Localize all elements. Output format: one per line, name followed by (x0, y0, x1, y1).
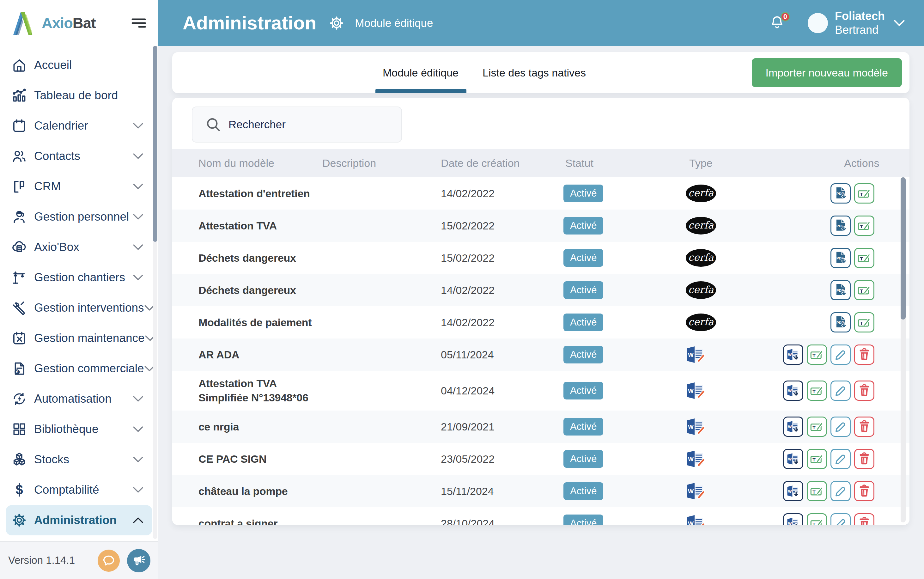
tag-edit-button[interactable]: T (807, 513, 827, 525)
type-cell: W (686, 514, 706, 525)
delete-button[interactable] (854, 381, 874, 401)
actions-cell: WT (783, 481, 874, 501)
edit-button[interactable] (831, 513, 851, 525)
tag-edit-button[interactable]: T (854, 312, 874, 332)
import-model-button[interactable]: Importer nouveau modèle (752, 58, 902, 87)
tag-edit-button[interactable]: T (854, 280, 874, 300)
sidebar-item-automatisation[interactable]: Automatisation (6, 384, 152, 414)
svg-text:W: W (788, 457, 792, 461)
sidebar-item-axio-box[interactable]: Axio'Box (6, 232, 152, 262)
delete-button[interactable] (854, 449, 874, 469)
svg-text:T: T (860, 321, 863, 326)
sidebar-item-gestion-chantiers[interactable]: Gestion chantiers (6, 262, 152, 293)
model-name: CE PAC SIGN (198, 452, 315, 466)
user-menu-chevron-icon[interactable] (894, 20, 905, 26)
delete-button[interactable] (854, 513, 874, 525)
svg-text:€: € (16, 370, 18, 374)
status-cell: Activé (563, 217, 603, 234)
sidebar-item-crm[interactable]: CRM (6, 171, 152, 202)
status-cell: Activé (563, 382, 603, 399)
table-row: contrat a signer28/10/2024ActivéWWT (172, 507, 909, 525)
svg-text:W: W (788, 389, 792, 393)
notifications-button[interactable]: 0 (769, 15, 785, 32)
type-cell: W (686, 450, 706, 468)
user-names: Foliatech Bertrand (835, 9, 885, 37)
sidebar-item-gestion-personnel[interactable]: Gestion personnel (6, 202, 152, 232)
sidebar-item-gestion-maintenance[interactable]: Gestion maintenance (6, 323, 152, 353)
announcements-button[interactable] (127, 549, 150, 572)
status-cell: Activé (563, 249, 603, 267)
tag-edit-button[interactable]: T (807, 381, 827, 401)
status-badge: Activé (563, 515, 603, 525)
sidebar-footer: Version 1.14.1 (0, 541, 158, 579)
cerfa-logo: cerfa (686, 185, 716, 202)
word-download-button[interactable]: W (783, 513, 803, 525)
table-row: AR ADA05/11/2024ActivéWWT (172, 339, 909, 371)
type-cell: cerfa (686, 249, 716, 267)
tabs: Module éditique Liste des tags natives (374, 52, 586, 93)
edit-button[interactable] (831, 481, 851, 501)
table-scrollbar[interactable] (901, 177, 906, 319)
sidebar-item-comptabilit-[interactable]: $Comptabilité (6, 475, 152, 505)
svg-text:T: T (813, 425, 816, 430)
actions-cell: PDFT (831, 280, 874, 300)
sidebar-item-stocks[interactable]: Stocks (6, 444, 152, 475)
creation-date: 14/02/2022 (441, 316, 542, 329)
tag-edit-button[interactable]: T (807, 345, 827, 365)
delete-button[interactable] (854, 345, 874, 365)
tab-module-editique[interactable]: Module éditique (374, 67, 467, 79)
chevron-down-icon (133, 274, 144, 281)
pdf-download-button[interactable]: PDF (831, 248, 851, 268)
edit-button[interactable] (831, 417, 851, 437)
tag-edit-button[interactable]: T (854, 248, 874, 268)
sidebar-item-contacts[interactable]: Contacts (6, 141, 152, 171)
pdf-download-button[interactable]: PDF (831, 312, 851, 332)
table-row: Attestation TVA Simplifiée N°13948*0604/… (172, 371, 909, 411)
edit-button[interactable] (831, 449, 851, 469)
svg-text:W: W (688, 488, 694, 495)
sidebar-item-gestion-interventions[interactable]: Gestion interventions (6, 293, 152, 323)
search-input[interactable] (229, 118, 392, 131)
edit-button[interactable] (831, 345, 851, 365)
tag-edit-button[interactable]: T (807, 481, 827, 501)
chevron-down-icon (133, 183, 144, 190)
bibliotheque-icon (10, 421, 28, 437)
sidebar-scrollbar[interactable] (153, 46, 157, 242)
sidebar-item-administration[interactable]: Administration (6, 505, 152, 535)
edit-button[interactable] (831, 381, 851, 401)
settings-gear-icon[interactable] (328, 15, 345, 31)
pdf-download-button[interactable]: PDF (831, 280, 851, 300)
pdf-download-button[interactable]: PDF (831, 183, 851, 204)
sidebar-item-label: Accueil (34, 59, 72, 72)
brand-logo[interactable]: AxioBat (12, 10, 96, 36)
sidebar-item-accueil[interactable]: Accueil (6, 50, 152, 80)
status-cell: Activé (563, 515, 603, 525)
word-download-button[interactable]: W (783, 417, 803, 437)
tab-liste-tags-natives[interactable]: Liste des tags natives (482, 67, 586, 79)
search-box (192, 106, 402, 142)
delete-button[interactable] (854, 417, 874, 437)
status-cell: Activé (563, 418, 603, 435)
word-download-button[interactable]: W (783, 449, 803, 469)
word-download-button[interactable]: W (783, 381, 803, 401)
sidebar-item-tableau-de-bord[interactable]: Tableau de bord (6, 80, 152, 111)
word-download-button[interactable]: W (783, 481, 803, 501)
sidebar-item-biblioth-que[interactable]: Bibliothèque (6, 414, 152, 444)
word-download-button[interactable]: W (783, 345, 803, 365)
type-cell: cerfa (686, 314, 716, 331)
sidebar-collapse-icon[interactable] (131, 17, 146, 29)
sidebar-item-calendrier[interactable]: Calendrier (6, 111, 152, 141)
avatar[interactable] (808, 13, 828, 33)
tag-edit-button[interactable]: T (807, 417, 827, 437)
sidebar-item-gestion-commerciale[interactable]: €Gestion commerciale (6, 353, 152, 384)
delete-button[interactable] (854, 481, 874, 501)
model-name: Modalités de paiement (198, 316, 315, 330)
tag-edit-button[interactable]: T (807, 449, 827, 469)
chat-button[interactable] (98, 550, 120, 572)
table-body: Attestation d'entretien14/02/2022Activéc… (172, 177, 909, 525)
cerfa-logo: cerfa (686, 314, 716, 331)
pdf-download-button[interactable]: PDF (831, 216, 851, 236)
tag-edit-button[interactable]: T (854, 216, 874, 236)
crm-icon (10, 178, 28, 195)
tag-edit-button[interactable]: T (854, 183, 874, 204)
